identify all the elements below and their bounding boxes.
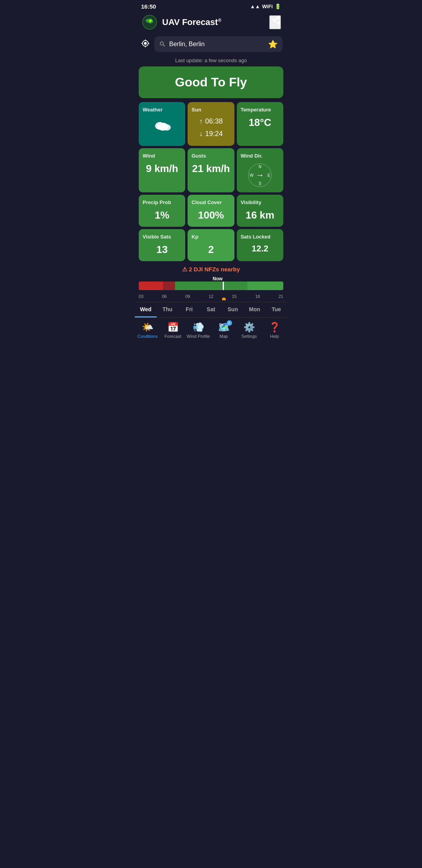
map-badge-count: 2 (227, 320, 232, 326)
search-area: ⭐ (135, 35, 287, 55)
wind-value: 9 km/h (143, 163, 181, 175)
nav-forecast[interactable]: 📅 Forecast (160, 320, 186, 340)
wifi-icon: WiFi (262, 4, 273, 9)
sunrise-arrow: ↑ (199, 115, 203, 127)
sats-locked-label: Sats Locked (241, 234, 271, 240)
nav-conditions[interactable]: 🌤️ Conditions (135, 320, 160, 340)
temperature-card: Temperature 18°C (237, 102, 283, 146)
visible-sats-label: Visible Sats (143, 234, 171, 240)
map-badge: 🗺️ 2 (218, 322, 230, 333)
bottom-nav: 🌤️ Conditions 📅 Forecast 💨 Wind Profile … (135, 317, 287, 344)
compass-west: W (250, 173, 253, 177)
forecast-label: Forecast (165, 334, 181, 339)
gusts-value: 21 km/h (191, 163, 230, 175)
tab-tue[interactable]: Tue (265, 302, 287, 317)
precip-card: Precip Prob 1% (139, 195, 185, 227)
visible-sats-card: Visible Sats 13 (139, 229, 185, 261)
precip-value: 1% (143, 209, 181, 221)
tab-sun[interactable]: Sun (222, 302, 244, 317)
visibility-card: Visibility 16 km (237, 195, 283, 227)
forecast-icon: 📅 (167, 322, 179, 333)
tab-thu[interactable]: Thu (157, 302, 179, 317)
share-button[interactable] (269, 15, 281, 29)
svg-point-6 (163, 124, 171, 131)
tab-fri[interactable]: Fri (178, 302, 200, 317)
search-icon (159, 41, 166, 48)
app-title: UAV Forecast® (162, 17, 221, 27)
wind-profile-icon: 💨 (193, 322, 204, 333)
compass-icon: N S W E → (241, 163, 279, 187)
kp-card: Kp 2 (188, 229, 234, 261)
favorite-button[interactable]: ⭐ (268, 39, 278, 49)
cloud-label: Cloud Cover (191, 199, 222, 205)
cloud-cover-card: Cloud Cover 100% (188, 195, 234, 227)
hour-09: 09 (185, 294, 190, 299)
wind-dir-card: Wind Dir. N S W E → (237, 148, 283, 192)
tab-wed[interactable]: Wed (135, 302, 157, 317)
timeline-area: Now 03 06 09 12 15 18 21 (135, 274, 287, 300)
status-bar: 16:50 ▲▲ WiFi 🔋 (135, 0, 287, 11)
precip-label: Precip Prob (143, 199, 171, 205)
sunrise-time: 06:38 (205, 115, 223, 127)
wind-label: Wind (143, 153, 155, 159)
hour-12: 12 (209, 294, 213, 299)
kp-value: 2 (191, 244, 230, 256)
tab-mon[interactable]: Mon (244, 302, 266, 317)
gusts-card: Gusts 21 km/h (188, 148, 234, 192)
compass-south: S (259, 181, 261, 186)
map-label: Map (220, 334, 228, 339)
sun-times: ↑ 06:38 ↓ 19:24 (191, 115, 230, 140)
nav-map[interactable]: 🗺️ 2 Map (211, 320, 236, 340)
hour-18: 18 (255, 294, 260, 299)
sats-locked-card: Sats Locked 12.2 (237, 229, 283, 261)
tab-sat[interactable]: Sat (200, 302, 222, 317)
wind-dir-label: Wind Dir. (241, 153, 263, 159)
compass-arrow: → (256, 170, 264, 180)
now-label: Now (213, 276, 222, 282)
cloud-value: 100% (191, 209, 230, 221)
fly-banner: Good To Fly (139, 66, 283, 98)
weather-label: Weather (143, 107, 163, 113)
conditions-icon: 🌤️ (142, 322, 154, 333)
status-icons: ▲▲ WiFi 🔋 (250, 4, 281, 9)
visibility-value: 16 km (241, 209, 279, 221)
app-header: UAV Forecast® (135, 11, 287, 35)
sun-card: Sun ↑ 06:38 ↓ 19:24 (188, 102, 234, 146)
wind-card: Wind 9 km/h (139, 148, 185, 192)
weather-cards-grid: Weather Sun ↑ 06:38 ↓ 19:24 Temperature … (135, 100, 287, 264)
nav-wind-profile[interactable]: 💨 Wind Profile (186, 320, 211, 340)
search-bar[interactable]: ⭐ (154, 36, 283, 52)
app-logo (141, 14, 158, 31)
gusts-label: Gusts (191, 153, 206, 159)
compass-north: N (259, 165, 261, 169)
settings-icon: ⚙️ (243, 322, 255, 333)
visibility-label: Visibility (241, 199, 261, 205)
battery-icon: 🔋 (275, 4, 281, 9)
help-label: Help (270, 334, 279, 339)
hour-06: 06 (162, 294, 167, 299)
conditions-label: Conditions (138, 334, 158, 339)
compass-east: E (268, 173, 270, 177)
nav-settings[interactable]: ⚙️ Settings (236, 320, 262, 340)
search-input[interactable] (169, 41, 265, 48)
timeline-labels: 03 06 09 12 15 18 21 (139, 293, 283, 299)
hour-21: 21 (279, 294, 283, 299)
kp-label: Kp (191, 234, 198, 240)
temperature-value: 18°C (241, 117, 279, 129)
location-button[interactable] (139, 38, 151, 51)
hour-15: 15 (232, 294, 237, 299)
app-header-left: UAV Forecast® (141, 14, 221, 31)
nfz-warning: ⚠ 2 DJI NFZs nearby (135, 264, 287, 274)
visible-sats-value: 13 (143, 244, 181, 256)
status-time: 16:50 (141, 3, 156, 10)
temperature-label: Temperature (241, 107, 271, 113)
sunset-arrow: ↓ (199, 127, 203, 140)
weather-card: Weather (139, 102, 185, 146)
wind-profile-label: Wind Profile (187, 334, 210, 339)
weather-icon (143, 117, 181, 133)
sunset-time: 19:24 (205, 127, 223, 140)
sats-locked-value: 12.2 (241, 244, 279, 254)
sun-label: Sun (191, 107, 201, 113)
day-tabs: Wed Thu Fri Sat Sun Mon Tue (135, 302, 287, 317)
nav-help[interactable]: ❓ Help (262, 320, 287, 340)
